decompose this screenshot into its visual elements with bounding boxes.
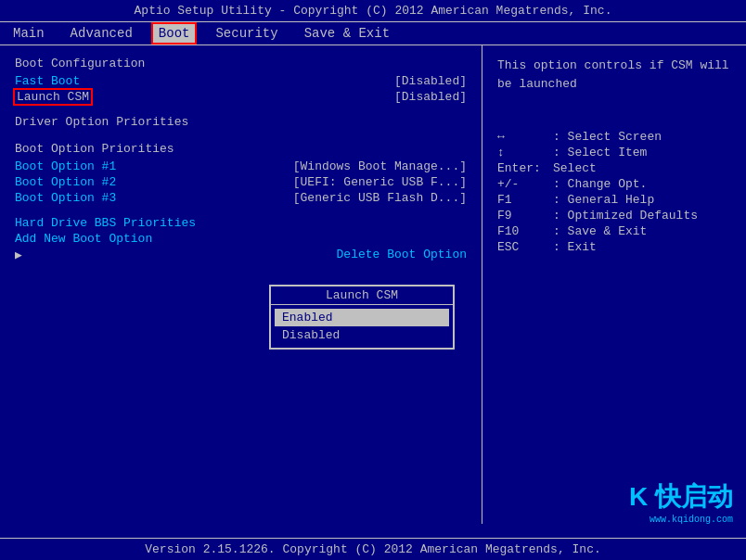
arrow-icon: ▶ <box>15 248 22 262</box>
popup-option-disabled[interactable]: Disabled <box>275 326 449 344</box>
add-boot-label: Add New Boot Option <box>15 232 152 246</box>
key-f1: F1 : General Help <box>497 193 731 207</box>
help-text: This option controls if CSM will be laun… <box>497 57 731 93</box>
menu-item-advanced[interactable]: Advanced <box>65 24 138 43</box>
menu-item-save---exit[interactable]: Save & Exit <box>299 24 395 43</box>
section-boot-priorities: Boot Option Priorities <box>15 142 467 156</box>
key-select-screen: ↔ : Select Screen <box>497 130 731 144</box>
hdd-priorities-label: Hard Drive BBS Priorities <box>15 216 196 230</box>
link-add-boot[interactable]: Add New Boot Option <box>15 232 467 246</box>
key-plusminus: +/- <box>497 177 553 191</box>
setting-fast-boot: Fast Boot [Disabled] <box>15 74 467 88</box>
key-f1-label: F1 <box>497 193 553 207</box>
key-esc-label: ESC <box>497 240 553 254</box>
watermark-area: K 快启动 www.kqidong.com <box>629 479 733 525</box>
setting-launch-csm[interactable]: Launch CSM [Disabled] <box>15 90 467 104</box>
key-arrows-lr: ↔ <box>497 130 553 144</box>
fast-boot-value: [Disabled] <box>394 74 467 88</box>
boot-opt2-value: [UEFI: Generic USB F...] <box>293 175 467 189</box>
boot-opt1-label: Boot Option #1 <box>15 159 116 173</box>
menu-item-main[interactable]: Main <box>7 24 50 43</box>
footer-text: Version 2.15.1226. Copyright (C) 2012 Am… <box>145 542 600 556</box>
setting-boot-opt2[interactable]: Boot Option #2 [UEFI: Generic USB F...] <box>15 175 467 189</box>
key-change-opt-desc: : Change Opt. <box>553 177 647 191</box>
right-panel: This option controls if CSM will be laun… <box>482 45 746 524</box>
section-boot-config: Boot Configuration <box>15 57 467 70</box>
key-f9-desc: : Optimized Defaults <box>553 209 698 223</box>
boot-opt3-label: Boot Option #3 <box>15 191 116 205</box>
key-f1-desc: : General Help <box>553 193 654 207</box>
key-f9-label: F9 <box>497 209 553 223</box>
key-esc-desc: : Exit <box>553 240 597 254</box>
launch-csm-popup: Launch CSM Enabled Disabled <box>269 285 455 350</box>
key-change-opt: +/- : Change Opt. <box>497 177 731 191</box>
setting-boot-opt1[interactable]: Boot Option #1 [Windows Boot Manage...] <box>15 159 467 173</box>
watermark-k: K 快启动 <box>629 479 733 515</box>
delete-boot-label: Delete Boot Option <box>337 248 467 262</box>
popup-option-enabled[interactable]: Enabled <box>275 309 449 326</box>
left-panel: Boot Configuration Fast Boot [Disabled] … <box>0 45 482 524</box>
main-area: Boot Configuration Fast Boot [Disabled] … <box>0 45 746 524</box>
key-f10-label: F10 <box>497 224 553 238</box>
boot-opt2-label: Boot Option #2 <box>15 175 116 189</box>
key-select-screen-desc: : Select Screen <box>553 130 662 144</box>
link-hdd-priorities[interactable]: Hard Drive BBS Priorities <box>15 216 467 230</box>
boot-opt1-value: [Windows Boot Manage...] <box>293 159 467 173</box>
key-select-item: ↕ : Select Item <box>497 146 731 159</box>
key-select-item-desc: : Select Item <box>553 146 647 159</box>
key-f10-desc: : Save & Exit <box>553 224 647 238</box>
menu-item-boot[interactable]: Boot <box>153 24 196 43</box>
launch-csm-label: Launch CSM <box>15 90 91 104</box>
key-enter: Enter: Select <box>497 161 731 175</box>
fast-boot-label: Fast Boot <box>15 74 80 88</box>
popup-title: Launch CSM <box>271 286 453 305</box>
watermark-url: www.kqidong.com <box>650 515 733 525</box>
keys-section: ↔ : Select Screen ↕ : Select Item Enter:… <box>497 130 731 254</box>
boot-opt3-value: [Generic USB Flash D...] <box>293 191 467 205</box>
key-f9: F9 : Optimized Defaults <box>497 209 731 223</box>
link-delete-boot[interactable]: ▶ Delete Boot Option <box>15 248 467 262</box>
key-f10: F10 : Save & Exit <box>497 224 731 238</box>
menu-item-security[interactable]: Security <box>210 24 283 43</box>
setting-boot-opt3[interactable]: Boot Option #3 [Generic USB Flash D...] <box>15 191 467 205</box>
key-esc: ESC : Exit <box>497 240 731 254</box>
launch-csm-value: [Disabled] <box>394 90 467 104</box>
key-enter-desc: Select <box>553 161 597 175</box>
footer-bar: Version 2.15.1226. Copyright (C) 2012 Am… <box>0 538 746 560</box>
title-bar: Aptio Setup Utility - Copyright (C) 2012… <box>0 0 746 22</box>
popup-content: Enabled Disabled <box>271 305 453 348</box>
key-enter-label: Enter: <box>497 161 553 175</box>
title-text: Aptio Setup Utility - Copyright (C) 2012… <box>135 4 612 18</box>
menu-bar: MainAdvancedBootSecuritySave & Exit <box>0 22 746 45</box>
section-driver-priorities: Driver Option Priorities <box>15 115 467 129</box>
key-arrows-ud: ↕ <box>497 146 553 159</box>
